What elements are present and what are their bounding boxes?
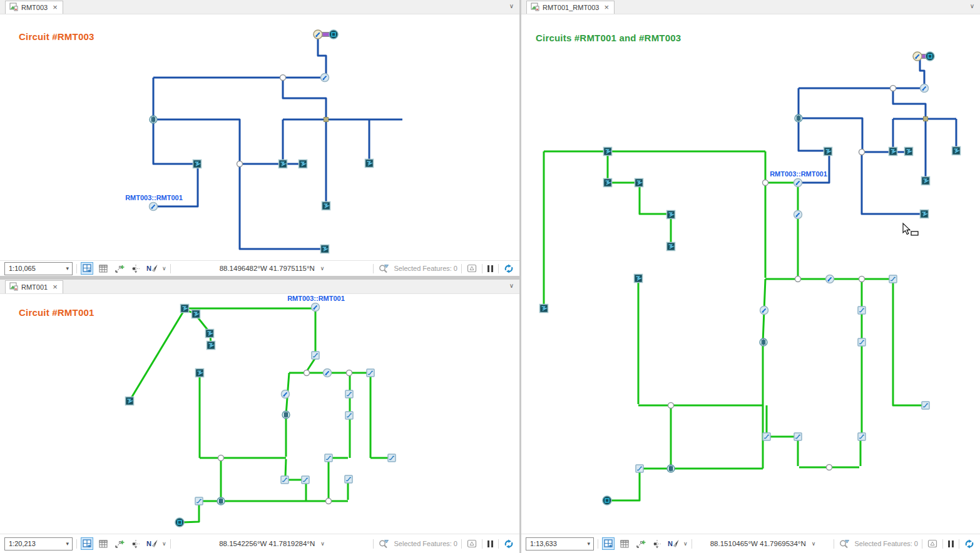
transformer-node[interactable] — [196, 369, 204, 377]
circuit-line-blue[interactable] — [893, 89, 926, 178]
switch-node[interactable] — [325, 454, 332, 462]
circuit-map-combined[interactable]: RMT003::RMT001 — [521, 14, 980, 534]
junction-node[interactable] — [827, 465, 832, 470]
switch-node[interactable] — [345, 390, 353, 398]
chevron-down-icon[interactable]: ∨ — [683, 540, 688, 547]
transformer-node[interactable] — [181, 305, 189, 313]
junction-node[interactable] — [668, 403, 674, 408]
map-canvas[interactable]: Circuits #RMT001 and #RMT003 RMT003::RMT… — [521, 14, 980, 534]
junction-node[interactable] — [218, 455, 224, 461]
circuit-line-green[interactable] — [893, 281, 922, 405]
pause-drawing-button[interactable] — [947, 540, 955, 547]
gauge-node[interactable] — [921, 84, 929, 93]
crosshair-button[interactable] — [130, 537, 142, 550]
switch-node[interactable] — [345, 412, 353, 419]
attribute-grid-button[interactable] — [618, 537, 631, 550]
circuit-line-green[interactable] — [285, 459, 286, 477]
junction-node[interactable] — [795, 276, 801, 282]
transformer-node[interactable] — [635, 179, 643, 187]
snapping-button[interactable] — [113, 262, 126, 275]
junction-node[interactable] — [763, 180, 768, 186]
circuit-line-blue[interactable] — [799, 118, 862, 150]
switch-node[interactable] — [345, 475, 352, 483]
selection-tool-icon[interactable] — [926, 537, 939, 550]
selection-tool-icon[interactable] — [466, 262, 478, 275]
transformer-node[interactable] — [192, 310, 200, 318]
transformer-node[interactable] — [207, 342, 215, 350]
circuit-line-green[interactable] — [610, 471, 640, 500]
transformer-node[interactable] — [889, 148, 897, 156]
device-node[interactable] — [926, 52, 934, 61]
map-series-button[interactable] — [81, 537, 93, 550]
switch-node[interactable] — [858, 338, 865, 346]
switch-node[interactable] — [367, 369, 374, 377]
tab-rmt003[interactable]: RMT003 × — [5, 1, 63, 14]
fuse-node[interactable] — [150, 116, 157, 123]
selected-features-zoom-icon[interactable] — [838, 537, 850, 550]
coordinates-display[interactable]: 88.1496482°W 41.7975115°N ∨ — [175, 265, 370, 272]
tab-rmt001-rmt003[interactable]: RMT001_RMT003 × — [526, 1, 615, 14]
transformer-node[interactable] — [540, 305, 548, 313]
device-node[interactable] — [175, 518, 184, 527]
transformer-node[interactable] — [905, 148, 913, 156]
transformer-node[interactable] — [667, 243, 675, 251]
switch-node[interactable] — [889, 275, 897, 283]
transformer-node[interactable] — [667, 211, 675, 219]
dropdown-arrow-icon[interactable]: ▾ — [66, 266, 69, 271]
map-canvas[interactable]: Circuit #RMT003 RMT003::RMT001 — [0, 14, 519, 260]
scale-select[interactable]: 1:13,633 ▾ — [526, 537, 594, 550]
snapping-button[interactable] — [113, 537, 126, 550]
close-icon[interactable]: × — [53, 4, 58, 11]
transformer-node[interactable] — [299, 160, 307, 168]
junction-node[interactable] — [326, 499, 332, 504]
gauge-node[interactable] — [794, 179, 802, 187]
transformer-node[interactable] — [279, 160, 287, 168]
switch-node[interactable] — [312, 352, 319, 359]
gauge-node[interactable] — [321, 74, 329, 82]
scale-select[interactable]: 1:20,213 ▾ — [4, 537, 73, 550]
switch-node[interactable] — [636, 465, 643, 472]
transformer-node[interactable] — [206, 330, 214, 338]
fuse-node[interactable] — [795, 114, 802, 122]
tap-node[interactable] — [924, 117, 928, 121]
chevron-down-icon[interactable]: ∨ — [162, 265, 166, 271]
switch-node[interactable] — [858, 433, 865, 440]
gauge-node[interactable] — [282, 390, 290, 398]
transformer-node[interactable] — [635, 275, 643, 283]
circuit-line-blue[interactable] — [920, 59, 924, 84]
pause-drawing-button[interactable] — [486, 540, 494, 547]
snapping-button[interactable] — [635, 537, 647, 550]
circuit-line-green[interactable] — [130, 308, 185, 400]
fuse-node[interactable] — [282, 411, 290, 419]
gauge-node[interactable] — [150, 203, 158, 211]
coordinates-display[interactable]: 88.1510465°W 41.7969534°N ∨ — [696, 540, 830, 547]
circuit-line-blue[interactable] — [153, 119, 240, 162]
fuse-node[interactable] — [217, 497, 225, 505]
selected-features-zoom-icon[interactable] — [377, 262, 390, 275]
switch-node[interactable] — [922, 402, 929, 409]
refresh-button[interactable] — [963, 537, 976, 550]
close-icon[interactable]: × — [53, 284, 58, 290]
tap-node[interactable] — [324, 118, 329, 122]
map-series-button[interactable] — [602, 537, 615, 550]
junction-node[interactable] — [347, 370, 352, 376]
gauge-node[interactable] — [826, 275, 834, 283]
scale-select[interactable]: 1:10,065 ▾ — [4, 262, 73, 275]
junction-node[interactable] — [859, 276, 865, 282]
map-series-button[interactable] — [81, 262, 93, 275]
junction-node[interactable] — [859, 150, 865, 155]
map-canvas[interactable]: Circuit #RMT001 RMT003::RMT001 — [0, 294, 519, 534]
chevron-down-icon[interactable]: ∨ — [970, 3, 974, 9]
switch-node[interactable] — [195, 497, 203, 505]
north-arrow-button[interactable]: N — [146, 262, 158, 275]
refresh-button[interactable] — [503, 262, 515, 275]
device-node[interactable] — [603, 496, 611, 505]
transformer-node[interactable] — [365, 160, 374, 168]
crosshair-button[interactable] — [130, 262, 142, 275]
junction-node[interactable] — [304, 370, 310, 376]
transformer-node[interactable] — [604, 179, 612, 187]
gauge-node[interactable] — [760, 307, 768, 315]
transformer-node[interactable] — [952, 147, 961, 155]
fuse-node[interactable] — [760, 338, 767, 346]
tab-rmt001[interactable]: RMT001 × — [5, 280, 63, 293]
